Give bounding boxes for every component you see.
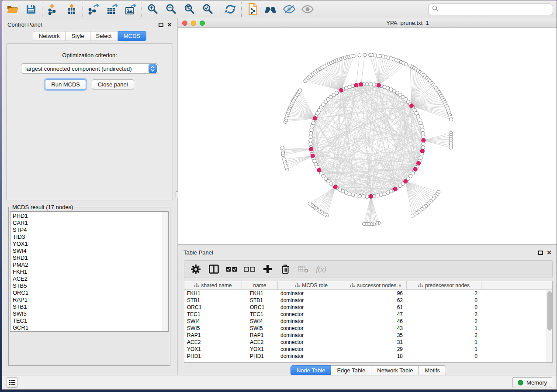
table-cell[interactable]: STB1 <box>184 297 242 304</box>
table-cell[interactable]: SWI5 <box>242 325 278 332</box>
mcds-result-item[interactable]: ACE2 <box>13 275 168 282</box>
close-window-icon[interactable] <box>182 21 187 26</box>
table-cell[interactable]: 96 <box>345 290 407 297</box>
table-cell[interactable]: 0 <box>407 304 481 311</box>
table-cell[interactable]: SWI4 <box>242 318 278 325</box>
table-cell[interactable]: dominator <box>278 297 345 304</box>
mcds-hub-node[interactable] <box>410 104 414 108</box>
table-cell[interactable]: PHD1 <box>184 353 242 360</box>
table-cell[interactable]: 43 <box>345 325 407 332</box>
mcds-hub-node[interactable] <box>313 117 317 120</box>
table-cell[interactable]: 2 <box>407 332 481 339</box>
clone-network-icon[interactable] <box>246 2 259 16</box>
mcds-result-item[interactable]: SWI5 <box>13 310 168 317</box>
export-table-icon[interactable] <box>105 2 119 16</box>
export-image-icon[interactable] <box>124 2 138 16</box>
tab-network[interactable]: Network <box>33 31 66 41</box>
table-cell[interactable]: 2 <box>407 290 481 297</box>
mcds-hub-node[interactable] <box>420 149 424 153</box>
mcds-result-item[interactable]: GCR1 <box>13 324 168 331</box>
import-network-icon[interactable] <box>46 2 60 16</box>
function-builder-icon[interactable]: f(x) <box>315 264 327 275</box>
table-cell[interactable]: FKH1 <box>242 290 278 297</box>
save-session-icon[interactable] <box>24 2 38 16</box>
mcds-hub-node[interactable] <box>359 83 363 86</box>
table-scrollbar[interactable] <box>547 290 552 362</box>
show-graphics-details-eye-icon[interactable] <box>301 2 315 16</box>
minimize-window-icon[interactable] <box>191 21 196 26</box>
table-tab-motifs[interactable]: Motifs <box>419 365 446 375</box>
table-row[interactable]: STB1STB1dominator620 <box>184 297 552 304</box>
mcds-hub-node[interactable] <box>417 161 421 165</box>
float-panel-icon[interactable] <box>538 251 543 255</box>
table-cell[interactable]: 18 <box>345 353 407 360</box>
mcds-result-item[interactable]: STB5 <box>13 282 168 289</box>
table-row[interactable]: PHD1PHD1dominator180 <box>184 353 552 360</box>
table-cell[interactable]: connector <box>278 346 345 353</box>
mcds-result-item[interactable]: CAR1 <box>13 220 168 227</box>
criterion-select[interactable]: largest connected component (undirected) <box>21 63 158 74</box>
search-network-icon[interactable] <box>264 2 278 16</box>
mcds-result-item[interactable]: SWI4 <box>13 248 168 254</box>
run-mcds-button[interactable]: Run MCDS <box>45 79 86 89</box>
table-tab-node-table[interactable]: Node Table <box>291 365 332 375</box>
mcds-result-item[interactable]: STB1 <box>13 303 168 310</box>
zoom-fit-icon[interactable] <box>183 2 197 16</box>
mcds-hub-node[interactable] <box>309 147 313 151</box>
table-cell[interactable]: 2 <box>407 311 481 318</box>
table-cell[interactable]: 1 <box>407 325 481 332</box>
table-cell[interactable]: YOX1 <box>184 346 242 353</box>
table-cell[interactable]: dominator <box>278 353 345 360</box>
column-header-mcds-role[interactable]: MCDS role <box>278 281 345 289</box>
tab-select[interactable]: Select <box>90 31 118 41</box>
search-input[interactable] <box>440 6 549 13</box>
mcds-hub-node[interactable] <box>404 179 408 183</box>
mcds-hub-node[interactable] <box>354 83 358 87</box>
table-cell[interactable]: SWI5 <box>184 325 242 332</box>
export-network-icon[interactable] <box>87 2 101 16</box>
table-cell[interactable]: dominator <box>278 318 345 325</box>
mcds-hub-node[interactable] <box>333 185 337 189</box>
zoom-out-icon[interactable] <box>164 2 178 16</box>
hide-graphics-details-eye-icon[interactable] <box>282 2 296 16</box>
table-row[interactable]: SWI5SWI5connector431 <box>184 325 552 332</box>
table-cell[interactable]: 62 <box>345 297 407 304</box>
table-row[interactable]: ACE2ACE2connector311 <box>184 339 552 346</box>
table-cell[interactable]: 46 <box>345 318 407 325</box>
table-cell[interactable]: 2 <box>407 318 481 325</box>
deselect-all-icon[interactable] <box>244 264 255 275</box>
table-cell[interactable]: connector <box>278 339 345 346</box>
zoom-window-icon[interactable] <box>200 21 205 26</box>
table-cell[interactable]: connector <box>278 325 345 332</box>
table-cell[interactable]: ORC1 <box>184 304 242 311</box>
mcds-hub-node[interactable] <box>369 195 373 199</box>
table-cell[interactable]: ACE2 <box>184 339 242 346</box>
table-cell[interactable]: 31 <box>345 339 407 346</box>
table-row[interactable]: SWI4SWI4dominator462 <box>184 318 552 325</box>
table-tab-edge-table[interactable]: Edge Table <box>331 365 371 375</box>
table-cell[interactable]: YOX1 <box>242 346 278 353</box>
table-cell[interactable]: RAP1 <box>242 332 278 339</box>
table-cell[interactable]: 47 <box>345 311 407 318</box>
table-cell[interactable]: connector <box>278 311 345 318</box>
table-cell[interactable]: 0 <box>407 297 481 304</box>
table-tab-network-table[interactable]: Network Table <box>371 365 419 375</box>
settings-gear-icon[interactable] <box>190 264 201 275</box>
import-table-icon[interactable] <box>65 2 79 16</box>
mcds-result-item[interactable]: TID3 <box>13 234 168 241</box>
tab-style[interactable]: Style <box>66 31 90 41</box>
table-cell[interactable]: SWI4 <box>184 318 242 325</box>
tab-mcds[interactable]: MCDS <box>118 31 146 41</box>
table-cell[interactable]: 1 <box>407 346 481 353</box>
table-cell[interactable]: 61 <box>345 304 407 311</box>
table-cell[interactable]: TEC1 <box>242 311 278 318</box>
zoom-in-icon[interactable] <box>146 2 160 16</box>
network-graph[interactable] <box>178 28 557 244</box>
delete-table-icon[interactable] <box>298 264 309 275</box>
network-canvas[interactable] <box>178 28 557 244</box>
mcds-list-scrollbar[interactable] <box>163 212 168 331</box>
table-cell[interactable]: RAP1 <box>184 332 242 339</box>
table-row[interactable]: TEC1TEC1connector472 <box>184 311 552 318</box>
table-row[interactable]: YOX1YOX1connector291 <box>184 346 552 353</box>
table-scrollbar-thumb[interactable] <box>547 291 552 330</box>
